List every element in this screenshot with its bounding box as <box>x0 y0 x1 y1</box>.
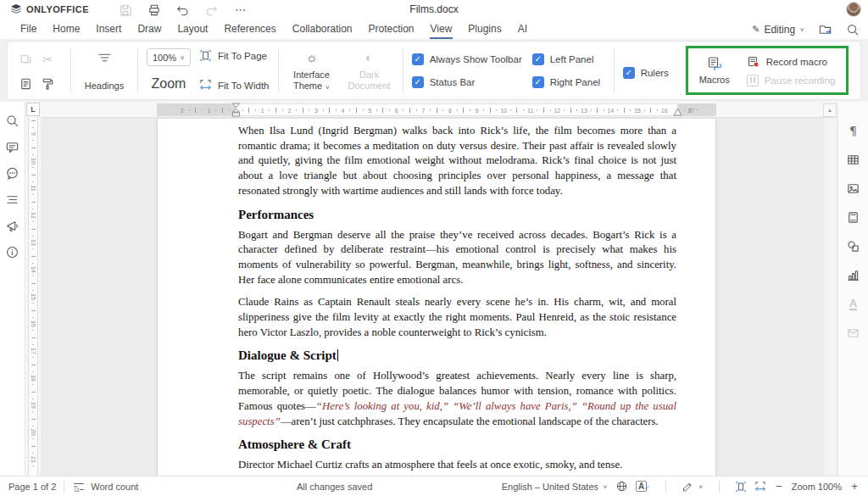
image-settings-button[interactable] <box>845 180 862 197</box>
horizontal-ruler[interactable]: 21 12345678910111213141516 17 <box>41 102 837 118</box>
tab-home[interactable]: Home <box>52 20 81 39</box>
zoom-in-button[interactable]: + <box>849 480 860 493</box>
spell-check-button[interactable]: A ✓ <box>636 481 650 492</box>
record-macro-button[interactable]: Record macro <box>747 55 836 69</box>
status-bar: Page 1 of 2 12 Word count All changes sa… <box>0 476 868 496</box>
rulers-checkbox[interactable]: ✓ Rulers <box>623 67 669 79</box>
right-panel-checkbox[interactable]: ✓ Right Panel <box>532 76 605 88</box>
document-canvas: 21 12345678910111213141516 17 When Ilsa … <box>41 102 837 476</box>
fit-to-width-button[interactable]: Fit To Width <box>199 79 270 92</box>
vertical-ruler-unit: 21 <box>29 446 37 473</box>
ribbon: ✂ Headings 100% ∨ Zoom <box>0 39 868 102</box>
feedback-button[interactable] <box>4 217 21 234</box>
app-name: ONLYOFFICE <box>26 4 89 14</box>
tab-stop-selector[interactable]: L <box>26 103 40 116</box>
fit-to-width-toggle[interactable] <box>754 481 766 493</box>
copy-style-button[interactable] <box>41 76 55 91</box>
tab-draw[interactable]: Draw <box>136 20 162 39</box>
ribbon-separator <box>70 48 71 92</box>
statusbar-separator <box>665 481 666 493</box>
indent-markers[interactable] <box>231 102 241 118</box>
horizontal-ruler-unit: 14 <box>584 104 611 115</box>
mail-merge-button[interactable] <box>845 324 862 341</box>
print-button[interactable] <box>147 2 162 17</box>
fit-to-page-toggle[interactable] <box>735 481 747 493</box>
tab-protection[interactable]: Protection <box>368 20 415 39</box>
tab-file[interactable]: File <box>19 20 37 39</box>
page-indicator[interactable]: Page 1 of 2 <box>8 482 56 492</box>
fit-to-page-icon <box>199 49 212 62</box>
horizontal-ruler-unit: 8 <box>423 104 450 115</box>
table-settings-button[interactable] <box>845 151 862 168</box>
chat-button[interactable] <box>4 164 21 181</box>
undo-button[interactable] <box>175 2 191 17</box>
paragraph-with-quotes: The script remains one of Hollywood’s gr… <box>238 369 676 429</box>
tab-layout[interactable]: Layout <box>176 20 209 39</box>
title-bar: ONLYOFFICE ⋯ Films.docx <box>0 0 868 19</box>
status-bar-checkbox[interactable]: ✓ Status Bar <box>412 76 524 88</box>
text-art-settings-button[interactable]: A <box>845 295 862 312</box>
pencil-icon: ✎ <box>752 25 760 34</box>
right-indent-marker[interactable] <box>673 107 682 117</box>
svg-text:12: 12 <box>75 487 80 492</box>
tab-view[interactable]: View <box>430 20 453 39</box>
vertical-scrollbar[interactable] <box>823 118 837 476</box>
tab-references[interactable]: References <box>223 20 276 39</box>
workspace: L 9101112131415161718192021 21 123456789… <box>0 102 868 476</box>
word-count-button[interactable]: 12 Word count <box>72 480 138 493</box>
headings-button[interactable]: Headings <box>80 46 129 95</box>
tab-insert[interactable]: Insert <box>95 20 122 39</box>
chart-settings-button[interactable] <box>845 266 862 283</box>
save-button[interactable] <box>118 2 133 17</box>
open-file-location-button[interactable] <box>818 22 832 36</box>
shape-settings-button[interactable] <box>845 237 862 254</box>
document-language-button[interactable] <box>615 480 628 493</box>
editing-mode-selector[interactable]: ✎ Editing ∨ <box>752 24 804 36</box>
left-panel-checkbox[interactable]: ✓ Left Panel <box>532 53 605 65</box>
ribbon-separator <box>403 48 403 92</box>
search-button[interactable] <box>846 23 860 36</box>
left-panel-label: Left Panel <box>550 54 594 64</box>
headings-icon <box>97 51 113 64</box>
tab-plugins[interactable]: Plugins <box>467 20 502 39</box>
vertical-ruler-unit: 16 <box>29 310 37 337</box>
up-arrow-icon: ▲ <box>827 108 832 113</box>
fit-group: Fit To Page Fit To Width <box>199 46 270 95</box>
cut-button[interactable]: ✂ <box>42 52 53 67</box>
user-avatar[interactable] <box>846 2 861 17</box>
text-art-icon: A <box>849 298 857 310</box>
fit-to-page-button[interactable]: Fit To Page <box>199 49 270 62</box>
dark-document-button[interactable]: ◐ Dark Document <box>345 46 394 95</box>
interface-theme-button[interactable]: ☼ Interface Theme ∨ <box>287 46 337 95</box>
zoom-caption: Zoom <box>152 76 186 92</box>
about-button[interactable] <box>4 243 21 260</box>
horizontal-ruler-unit: 10 <box>477 104 504 115</box>
customize-toolbar-button[interactable]: ⋯ <box>233 2 248 17</box>
track-changes-button[interactable]: ∨ <box>682 480 704 493</box>
paste-button[interactable] <box>19 76 33 91</box>
macros-button[interactable]: Macros <box>696 52 733 89</box>
copy-button[interactable] <box>19 53 33 67</box>
comments-button[interactable] <box>4 138 21 155</box>
find-button[interactable] <box>4 112 21 129</box>
vertical-ruler-unit: 15 <box>29 283 37 310</box>
document-page[interactable]: When Ilsa Lund (Ingrid Bergman) walks ba… <box>157 119 716 476</box>
zoom-value-dropdown[interactable]: 100% ∨ <box>147 48 191 66</box>
heading-dialogue-script: Dialogue & Script <box>238 348 676 363</box>
zoom-out-button[interactable]: − <box>774 480 784 493</box>
tab-collaboration[interactable]: Collaboration <box>292 20 353 39</box>
pause-recording-button[interactable]: Pause recording <box>747 75 836 86</box>
header-footer-settings-button[interactable] <box>845 209 862 226</box>
navigation-headings-button[interactable] <box>4 191 21 208</box>
tab-ai[interactable]: AI <box>517 20 528 39</box>
always-show-toolbar-checkbox[interactable]: ✓ Always Show Toolbar <box>412 53 524 65</box>
horizontal-ruler-unit: 11 <box>504 104 531 115</box>
vertical-ruler[interactable]: L 9101112131415161718192021 <box>25 102 41 476</box>
heading-atmosphere-craft: Atmosphere & Craft <box>238 437 676 452</box>
zoom-level[interactable]: Zoom 100% <box>792 482 842 492</box>
paragraph-settings-button[interactable]: ¶ <box>845 122 862 139</box>
language-selector[interactable]: English – United States ∨ <box>502 482 608 492</box>
redo-button[interactable] <box>204 2 220 17</box>
scroll-up-button[interactable]: ▲ <box>823 103 837 117</box>
onlyoffice-logo-icon <box>10 3 22 15</box>
